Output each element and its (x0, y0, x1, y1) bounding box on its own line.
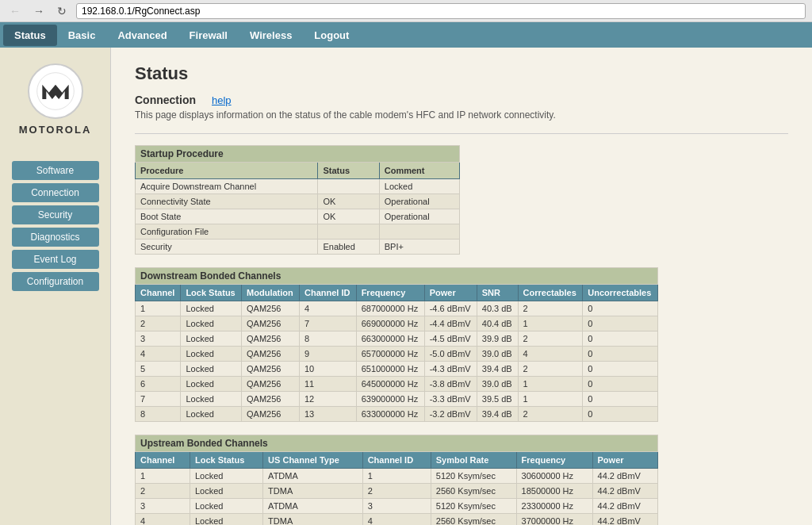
startup-col-status: Status (318, 163, 379, 179)
table-row: 2LockedQAM2567669000000 Hz-4.4 dBmV40.4 … (136, 316, 658, 331)
table-row: 3LockedATDMA35120 Ksym/sec23300000 Hz44.… (136, 499, 658, 514)
sidebar-security-btn[interactable]: Security (12, 205, 99, 224)
table-row: 7LockedQAM25612639000000 Hz-3.3 dBmV39.5… (136, 392, 658, 407)
startup-col-procedure: Procedure (136, 163, 318, 179)
table-row: Connectivity State OK Operational (136, 194, 460, 209)
main-layout: MOTOROLA Software Connection Security Di… (0, 48, 812, 525)
table-row: 4LockedQAM2569657000000 Hz-5.0 dBmV39.0 … (136, 347, 658, 362)
us-col-channel: Channel (136, 452, 190, 469)
ds-col-snr: SNR (477, 285, 518, 301)
cell-comment: BPI+ (379, 240, 459, 255)
cell-comment: Locked (379, 179, 459, 194)
ds-col-mod: Modulation (242, 285, 300, 301)
nav-basic[interactable]: Basic (57, 25, 107, 46)
ds-col-corr: Correctables (518, 285, 583, 301)
sidebar-configuration-btn[interactable]: Configuration (12, 272, 99, 291)
ds-col-power: Power (424, 285, 477, 301)
us-col-id: Channel ID (362, 452, 431, 469)
page-description: This page displays information on the st… (135, 109, 788, 121)
sidebar-eventlog-btn[interactable]: Event Log (12, 250, 99, 269)
connection-header: Connection help (135, 94, 788, 106)
connection-label: Connection (135, 94, 196, 106)
motorola-m-icon (36, 71, 75, 111)
table-row: 8LockedQAM25613633000000 Hz-3.2 dBmV39.4… (136, 407, 658, 422)
motorola-logo (28, 63, 83, 119)
ds-col-freq: Frequency (356, 285, 424, 301)
nav-advanced[interactable]: Advanced (106, 25, 178, 46)
cell-procedure: Configuration File (136, 224, 318, 240)
startup-col-comment: Comment (379, 163, 459, 179)
logo-text: MOTOROLA (19, 124, 92, 136)
upstream-table: Upstream Bonded Channels Channel Lock St… (135, 435, 658, 525)
us-col-sym: Symbol Rate (431, 452, 516, 469)
table-row: Configuration File (136, 224, 460, 240)
ds-col-lock: Lock Status (181, 285, 242, 301)
table-row: 5LockedQAM25610651000000 Hz-4.3 dBmV39.4… (136, 362, 658, 377)
top-nav: Status Basic Advanced Firewall Wireless … (0, 22, 812, 48)
startup-procedure-table: Startup Procedure Procedure Status Comme… (135, 145, 460, 255)
page-title: Status (135, 63, 788, 84)
us-col-power: Power (592, 452, 657, 469)
cell-procedure: Connectivity State (136, 194, 318, 209)
table-row: 3LockedQAM2568663000000 Hz-4.5 dBmV39.9 … (136, 331, 658, 347)
cell-status (318, 224, 379, 240)
us-col-type: US Channel Type (263, 452, 363, 469)
address-bar[interactable] (76, 3, 806, 19)
cell-status (318, 179, 379, 194)
table-row: 1LockedQAM2564687000000 Hz-4.6 dBmV40.3 … (136, 301, 658, 316)
cell-status: OK (318, 194, 379, 209)
content-area: Status Connection help This page display… (111, 48, 812, 525)
cell-status: Enabled (318, 240, 379, 255)
startup-section-title: Startup Procedure (136, 146, 460, 163)
table-row: Acquire Downstream Channel Locked (136, 179, 460, 194)
downstream-section-title: Downstream Bonded Channels (136, 268, 658, 285)
back-button[interactable]: ← (6, 3, 24, 19)
cell-procedure: Boot State (136, 209, 318, 224)
ds-col-uncorr: Uncorrectables (583, 285, 658, 301)
us-col-lock: Lock Status (190, 452, 262, 469)
cell-comment: Operational (379, 194, 459, 209)
cell-status: OK (318, 209, 379, 224)
ds-col-channel: Channel (136, 285, 181, 301)
reload-button[interactable]: ↻ (54, 3, 70, 19)
logo-area: MOTOROLA (19, 63, 92, 136)
sidebar-software-btn[interactable]: Software (12, 161, 99, 180)
browser-chrome: ← → ↻ (0, 0, 812, 22)
table-row: 6LockedQAM25611645000000 Hz-3.8 dBmV39.0… (136, 377, 658, 392)
ds-col-id: Channel ID (299, 285, 356, 301)
nav-firewall[interactable]: Firewall (178, 25, 239, 46)
sidebar: MOTOROLA Software Connection Security Di… (0, 48, 111, 525)
sidebar-connection-btn[interactable]: Connection (12, 183, 99, 202)
nav-logout[interactable]: Logout (303, 25, 360, 46)
cell-comment: Operational (379, 209, 459, 224)
upstream-section-title: Upstream Bonded Channels (136, 435, 658, 452)
nav-status[interactable]: Status (3, 25, 57, 46)
forward-button[interactable]: → (30, 3, 48, 19)
section-divider (135, 133, 788, 134)
us-col-freq: Frequency (516, 452, 592, 469)
help-link[interactable]: help (212, 94, 232, 106)
table-row: Security Enabled BPI+ (136, 240, 460, 255)
table-row: 4LockedTDMA42560 Ksym/sec37000000 Hz44.2… (136, 514, 658, 526)
cell-procedure: Acquire Downstream Channel (136, 179, 318, 194)
table-row: 2LockedTDMA22560 Ksym/sec18500000 Hz44.2… (136, 484, 658, 499)
table-row: 1LockedATDMA15120 Ksym/sec30600000 Hz44.… (136, 469, 658, 484)
sidebar-diagnostics-btn[interactable]: Diagnostics (12, 228, 99, 247)
cell-comment (379, 224, 459, 240)
downstream-table: Downstream Bonded Channels Channel Lock … (135, 267, 658, 422)
nav-wireless[interactable]: Wireless (239, 25, 303, 46)
table-row: Boot State OK Operational (136, 209, 460, 224)
cell-procedure: Security (136, 240, 318, 255)
